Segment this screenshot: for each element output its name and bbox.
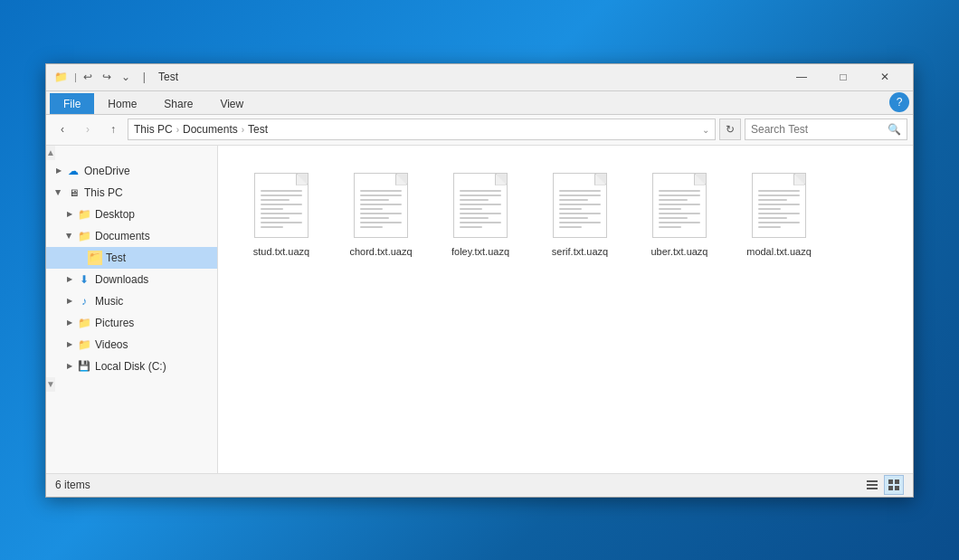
sidebar-label-downloads: Downloads — [95, 273, 148, 286]
file-item-serif[interactable]: serif.txt.uazq — [535, 164, 625, 263]
line — [360, 213, 402, 214]
main-area: ▲ ▶ ☁ OneDrive ▶ 🖥 This PC ▶ 📁 Desktop — [46, 146, 913, 473]
file-icon-modal — [747, 169, 811, 242]
sidebar-item-localdisk[interactable]: ▶ 💾 Local Disk (C:) — [46, 356, 217, 377]
line — [559, 208, 582, 210]
sidebar-item-music[interactable]: ▶ ♪ Music — [46, 290, 217, 312]
svg-rect-1 — [867, 484, 878, 486]
file-name-uber: uber.txt.uazq — [651, 245, 708, 258]
line — [559, 213, 601, 214]
tab-home[interactable]: Home — [94, 93, 150, 114]
file-icon-foley — [449, 169, 512, 242]
expand-arrow-thispc: ▶ — [53, 187, 64, 198]
title-folder-icon: 📁 — [53, 70, 68, 84]
title-bar-sep: | — [143, 71, 146, 83]
expand-arrow-music: ▶ — [64, 296, 75, 307]
file-icon-shape-stud — [254, 173, 309, 238]
sidebar-item-videos[interactable]: ▶ 📁 Videos — [46, 334, 217, 356]
svg-rect-3 — [888, 479, 893, 484]
sidebar-scroll-down[interactable]: ▼ — [46, 377, 55, 392]
file-corner-chord — [396, 174, 407, 185]
sidebar-item-documents[interactable]: ▶ 📁 Documents — [46, 225, 217, 247]
line — [559, 190, 601, 192]
file-corner-foley — [496, 174, 507, 185]
minimize-button[interactable]: — — [781, 63, 822, 90]
file-icon-shape-chord — [354, 173, 408, 238]
expand-arrow-pictures: ▶ — [64, 318, 75, 328]
line — [758, 217, 787, 219]
tab-share[interactable]: Share — [150, 93, 206, 114]
expand-arrow-documents: ▶ — [64, 231, 75, 242]
expand-arrow-onedrive: ▶ — [53, 166, 64, 176]
details-view-button[interactable] — [862, 475, 882, 495]
file-explorer-window: 📁 | ↩ ↪ ⌄ | Test — □ ✕ File Home Share V… — [45, 63, 914, 498]
line — [261, 195, 302, 196]
close-button[interactable]: ✕ — [864, 63, 906, 90]
tab-view[interactable]: View — [206, 93, 257, 114]
file-item-foley[interactable]: foley.txt.uazq — [435, 164, 526, 263]
file-lines-uber — [653, 186, 706, 234]
search-icon: 🔍 — [888, 123, 901, 136]
tab-file[interactable]: File — [50, 93, 94, 114]
line — [559, 222, 601, 223]
line — [261, 199, 290, 201]
file-lines-serif — [554, 186, 606, 234]
quick-access-btn-2[interactable]: ↪ — [99, 69, 115, 85]
address-dropdown-icon: ⌄ — [702, 125, 709, 135]
breadcrumb-sep-2: › — [242, 125, 244, 135]
line — [659, 217, 688, 219]
large-icons-view-button[interactable] — [884, 475, 904, 495]
file-grid: stud.txt.uazq — [227, 155, 904, 272]
sidebar-label-music: Music — [95, 295, 123, 308]
breadcrumb-thispc[interactable]: This PC — [134, 123, 173, 136]
line — [559, 199, 588, 201]
refresh-button[interactable]: ↻ — [719, 119, 741, 140]
line — [460, 213, 501, 214]
search-input[interactable] — [751, 123, 884, 136]
view-controls — [862, 475, 904, 495]
line — [261, 190, 302, 192]
line — [659, 213, 700, 214]
line — [360, 195, 402, 196]
breadcrumb-documents[interactable]: Documents — [183, 123, 238, 136]
up-button[interactable]: ↑ — [102, 119, 124, 140]
sidebar-item-desktop[interactable]: ▶ 📁 Desktop — [46, 204, 217, 225]
file-item-chord[interactable]: chord.txt.uazq — [336, 164, 426, 263]
line — [261, 222, 302, 223]
back-button[interactable]: ‹ — [52, 119, 73, 140]
file-name-serif: serif.txt.uazq — [552, 245, 608, 258]
forward-button[interactable]: › — [77, 119, 99, 140]
svg-rect-2 — [867, 488, 878, 489]
sidebar-item-downloads[interactable]: ▶ ⬇ Downloads — [46, 269, 217, 290]
file-name-modal: modal.txt.uazq — [746, 245, 812, 258]
quick-access-btn-1[interactable]: ↩ — [80, 69, 96, 85]
file-item-modal[interactable]: modal.txt.uazq — [734, 164, 824, 263]
sidebar-item-test[interactable]: ▶ 📁 Test — [46, 247, 217, 269]
line — [659, 195, 700, 196]
address-bar[interactable]: This PC › Documents › Test ⌄ — [128, 119, 716, 140]
sidebar-item-onedrive[interactable]: ▶ ☁ OneDrive — [46, 160, 217, 182]
line — [261, 208, 283, 210]
file-icon-serif — [548, 169, 612, 242]
line — [261, 204, 302, 205]
file-item-stud[interactable]: stud.txt.uazq — [236, 164, 327, 263]
file-corner-fill-stud — [297, 174, 308, 185]
line — [261, 217, 290, 219]
breadcrumb-test[interactable]: Test — [248, 123, 268, 136]
file-item-uber[interactable]: uber.txt.uazq — [634, 164, 725, 263]
help-button[interactable]: ? — [889, 92, 909, 112]
sidebar-item-pictures[interactable]: ▶ 📁 Pictures — [46, 312, 217, 334]
search-bar[interactable]: 🔍 — [745, 119, 907, 140]
line — [758, 204, 800, 205]
sidebar-item-thispc[interactable]: ▶ 🖥 This PC — [46, 182, 217, 204]
svg-rect-6 — [895, 486, 899, 490]
maximize-button[interactable]: □ — [822, 63, 864, 90]
svg-rect-4 — [895, 479, 899, 484]
sidebar-scroll-up[interactable]: ▲ — [46, 146, 55, 160]
file-icon-shape-foley — [453, 173, 508, 238]
line — [659, 204, 700, 205]
window-controls: — □ ✕ — [781, 63, 906, 90]
line — [559, 226, 582, 228]
quick-access-btn-3[interactable]: ⌄ — [118, 69, 134, 85]
desktop-icon: 📁 — [77, 207, 91, 222]
